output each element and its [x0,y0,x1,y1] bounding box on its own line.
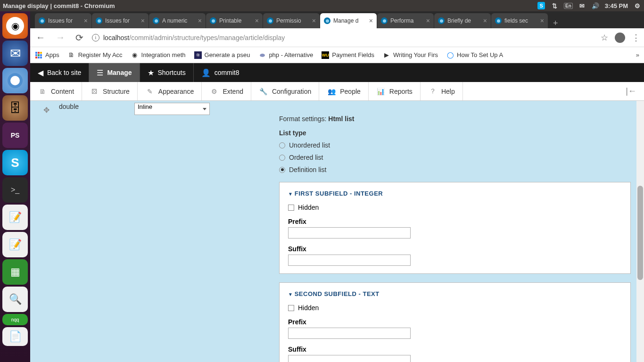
dock-text-editor-2[interactable]: 📝 [2,232,28,257]
tab-issues-1[interactable]: Issues for× [35,13,91,28]
mail-icon[interactable]: ✉ [578,2,586,9]
dock-thunderbird[interactable]: ✉ [2,41,28,66]
menu-configuration[interactable]: 🔧Configuration [251,82,319,100]
volume-icon[interactable]: 🔊 [592,2,599,9]
tab-fields[interactable]: fields sec× [491,13,548,28]
close-icon[interactable]: × [540,17,544,25]
bookmark-howto[interactable]: ◯How To Set Up A [446,51,503,59]
suffix-input-first[interactable] [288,255,411,266]
shortcuts-link[interactable]: ★Shortcuts [140,63,193,82]
bookmarks-overflow[interactable]: » [636,51,639,58]
close-icon[interactable]: × [483,17,487,25]
profile-icon[interactable] [615,33,625,43]
menu-structure[interactable]: ⚄Structure [82,82,138,100]
close-icon[interactable]: × [84,17,88,25]
close-icon[interactable]: × [141,17,145,25]
chrome-menu-icon[interactable]: ⋮ [632,33,640,43]
hidden-checkbox-second[interactable]: Hidden [288,304,622,312]
subfield-panel-first: FIRST SUBFIELD - INTEGER Hidden Prefix S… [279,182,631,274]
orientation-toggle[interactable]: |← [618,86,644,96]
hidden-checkbox-first[interactable]: Hidden [288,204,622,211]
menu-extend[interactable]: ⚙Extend [202,82,251,100]
tab-issues-2[interactable]: Issues for× [92,13,149,28]
star-icon[interactable]: ☆ [601,33,608,43]
bookmark-php[interactable]: ⬬php - Alternative [258,51,313,59]
dock-phpstorm[interactable]: PS [2,123,28,148]
close-icon[interactable]: × [312,17,316,25]
close-icon[interactable]: × [255,17,259,25]
dock-files[interactable]: 🗄 [2,95,28,121]
checkbox-icon[interactable] [288,205,294,211]
panel-header-second[interactable]: SECOND SUBFIELD - TEXT [288,290,622,297]
dock-magnifier[interactable]: 🔍 [2,287,28,312]
radio-icon[interactable] [279,167,285,173]
radio-unordered[interactable]: Unordered list [279,141,631,149]
wrench-icon: 🔧 [259,87,268,96]
close-icon[interactable]: × [369,17,373,25]
close-icon[interactable]: × [198,17,202,25]
url-text: localhost/commit/admin/structure/types/m… [103,34,285,41]
prefix-input-first[interactable] [288,227,411,239]
dock-notepadqq[interactable]: nqq [2,314,28,325]
dock-calc[interactable]: ▦ [2,259,28,285]
skype-tray-icon[interactable]: S [537,2,545,9]
menu-reports[interactable]: 📊Reports [369,82,421,100]
wu-icon: WU [322,51,329,59]
bookmark-integration[interactable]: ◉Integration meth [131,51,186,59]
bookmark-generate[interactable]: ㊝Generate a pseu [194,51,250,59]
tab-performance[interactable]: Performa× [377,13,434,28]
tab-permission[interactable]: Permissio× [263,13,320,28]
page-scrollbar[interactable] [636,101,644,362]
help-icon: ？ [428,87,438,96]
tab-manage-display[interactable]: Manage d× [320,13,377,28]
menu-appearance[interactable]: ✎Appearance [138,82,202,100]
manage-toggle[interactable]: ☰Manage [89,63,139,82]
suffix-input-second[interactable] [288,355,411,362]
label-display-select[interactable]: Inline [134,103,210,115]
menu-help[interactable]: ？Help [421,82,463,100]
prefix-input-second[interactable] [288,328,411,339]
radio-icon[interactable] [279,142,285,148]
menu-people[interactable]: 👥People [319,82,369,100]
dock-ubuntu-dash[interactable]: ◉ [2,13,28,39]
url-input[interactable]: i localhost/commit/admin/structure/types… [92,34,594,41]
menu-content[interactable]: 🗎Content [30,82,82,100]
bookmark-writing[interactable]: ▶Writing Your Firs [383,51,438,59]
drupal-favicon [39,17,45,24]
sync-icon[interactable]: ⇅ [551,2,558,9]
new-tab-button[interactable]: + [548,18,563,28]
checkbox-icon[interactable] [288,305,294,311]
keyboard-lang-indicator[interactable]: En [564,3,573,9]
clock[interactable]: 3:45 PM [605,2,628,9]
bookmark-payment[interactable]: WUPayment Fields [322,51,374,59]
back-button[interactable]: ← [34,32,47,43]
dock-gedit[interactable]: 📄 [2,327,28,346]
dock-text-editor-1[interactable]: 📝 [2,205,28,230]
dock-skype[interactable]: S [2,150,28,175]
hamburger-icon: ☰ [97,68,103,77]
subfield-panel-second: SECOND SUBFIELD - TEXT Hidden Prefix Suf… [279,282,631,362]
reload-button[interactable]: ⟳ [74,32,85,43]
panel-header-first[interactable]: FIRST SUBFIELD - INTEGER [288,190,622,197]
radio-definition[interactable]: Definition list [279,166,631,173]
dock-terminal[interactable]: >_ [2,177,28,203]
back-to-site-link[interactable]: ◀Back to site [30,63,89,82]
dock-chromium[interactable] [2,68,28,93]
structure-icon: ⚄ [90,87,99,96]
prefix-label: Prefix [288,318,622,326]
power-icon[interactable]: ⚙ [634,2,641,9]
radio-ordered[interactable]: Ordered list [279,154,631,161]
site-info-icon[interactable]: i [92,34,99,41]
apps-shortcut[interactable]: Apps [35,51,59,59]
user-menu[interactable]: 👤commit8 [194,63,247,82]
tab-briefly[interactable]: Briefly de× [434,13,491,28]
suffix-label: Suffix [288,245,622,253]
close-icon[interactable]: × [426,17,430,25]
radio-icon[interactable] [279,155,285,161]
drupal-favicon [96,17,102,24]
tab-printable[interactable]: Printable× [206,13,263,28]
bookmark-register[interactable]: 🗎Register My Acc [68,51,123,59]
drag-handle-icon[interactable]: ✥ [43,106,50,115]
window-title: Manage display | commit8 - Chromium [3,2,115,9]
tab-numeric[interactable]: A numeric× [149,13,206,28]
